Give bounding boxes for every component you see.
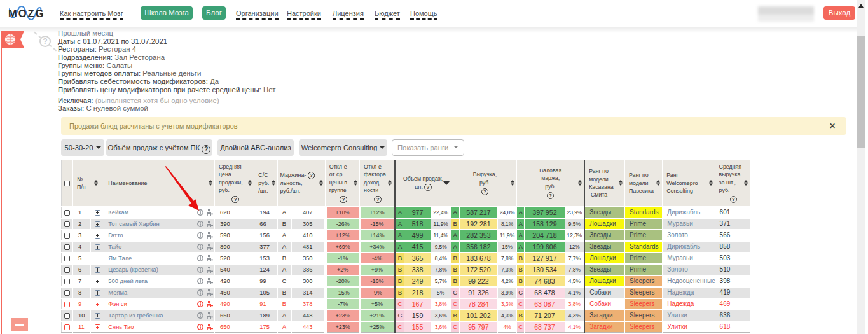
svg-text:MOZG: MOZG: [8, 8, 45, 19]
